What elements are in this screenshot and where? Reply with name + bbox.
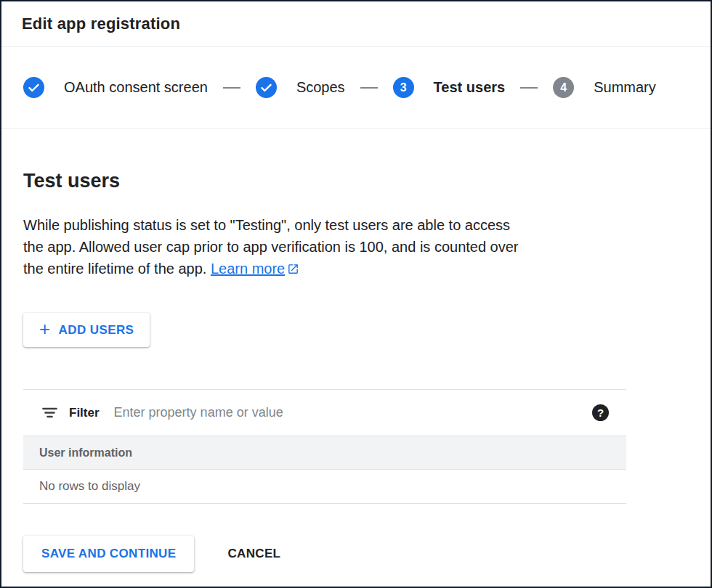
step-oauth-consent-screen[interactable]: OAuth consent screen [23,77,208,98]
edit-app-registration-page: Edit app registration OAuth consent scre… [0,0,712,588]
step-number: 4 [560,81,567,94]
page-title: Edit app registration [22,15,180,33]
step-connector [360,87,378,89]
description-line: While publishing status is set to "Testi… [23,214,645,236]
stepper: OAuth consent screen Scopes 3 Test users… [1,47,711,128]
table-empty-row: No rows to display [23,470,626,504]
description-text: While publishing status is set to "Testi… [23,214,645,279]
step-complete-check-icon [23,77,44,98]
step-connector [520,87,538,89]
step-label: Scopes [296,79,345,96]
content-area: Test users While publishing status is se… [1,168,711,572]
step-number-badge: 3 [393,77,414,98]
external-link-icon [287,263,299,275]
filter-icon [42,406,57,420]
step-test-users[interactable]: 3 Test users [393,77,506,98]
learn-more-link[interactable]: Learn more [211,261,299,277]
save-and-continue-button[interactable]: SAVE AND CONTINUE [23,536,194,572]
step-summary[interactable]: 4 Summary [553,77,656,98]
section-heading: Test users [23,168,689,194]
step-complete-check-icon [256,77,277,98]
step-label-active: Test users [434,79,506,96]
table-header-row: User information [23,436,626,470]
help-icon[interactable]: ? [592,404,609,421]
filter-input[interactable] [114,405,582,420]
filter-bar: Filter ? [23,389,626,436]
bottom-actions: SAVE AND CONTINUE CANCEL [23,536,689,572]
step-number-badge: 4 [553,77,574,98]
step-number: 3 [400,81,407,94]
step-label: OAuth consent screen [64,79,208,96]
step-label: Summary [594,79,656,96]
cancel-button[interactable]: CANCEL [222,539,286,568]
plus-icon: + [39,319,51,338]
test-users-table: Filter ? User information No rows to dis… [23,389,626,504]
description-line: the entire lifetime of the app. [23,261,206,277]
step-scopes[interactable]: Scopes [256,77,345,98]
step-connector [223,87,240,89]
empty-message: No rows to display [39,479,140,494]
filter-label: Filter [69,406,100,420]
column-header-user-information: User information [39,446,132,460]
add-users-button[interactable]: + ADD USERS [23,313,150,347]
titlebar: Edit app registration [1,1,711,47]
description-line: the app. Allowed user cap prior to app v… [23,236,645,258]
